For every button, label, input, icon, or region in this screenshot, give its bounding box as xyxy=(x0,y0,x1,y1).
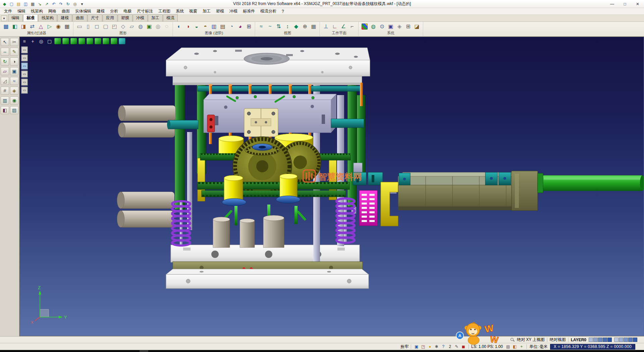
minimize-button[interactable]: — xyxy=(606,0,619,8)
tab-3[interactable]: 建模 xyxy=(57,14,72,21)
model-top-plate[interactable] xyxy=(166,48,370,85)
bulb-icon[interactable]: ● xyxy=(427,344,433,349)
color-grid-icon[interactable] xyxy=(362,24,368,30)
open-file-icon[interactable]: ▤ xyxy=(15,1,22,7)
shade-left-icon[interactable]: ◐ xyxy=(175,23,183,31)
move-icon[interactable]: ⇔ xyxy=(1,48,9,56)
menu-item-5[interactable]: 实体编辑 xyxy=(72,8,94,15)
print-icon[interactable]: ▦ xyxy=(30,1,36,7)
menu-item-4[interactable]: 曲面 xyxy=(59,8,72,15)
tab-1[interactable]: 标准 xyxy=(23,14,38,21)
model-racks[interactable] xyxy=(198,182,350,197)
shade-bottom-icon[interactable]: ◒ xyxy=(193,23,201,31)
menu-item-14[interactable]: 塑模 xyxy=(213,8,227,15)
half-shade-icon[interactable]: ◧ xyxy=(1,106,9,114)
view-right-icon[interactable] xyxy=(78,38,85,44)
offset-icon[interactable]: ▱ xyxy=(1,67,9,75)
import-icon[interactable]: ↘ xyxy=(37,1,43,7)
vp-btn-2[interactable]: ▭ xyxy=(21,54,28,61)
menu-item-12[interactable]: 视窗 xyxy=(186,8,200,15)
menu-item-17[interactable]: 模流分析 xyxy=(258,8,279,15)
view-top-icon[interactable] xyxy=(87,38,93,44)
menu-item-15[interactable]: 冲模 xyxy=(227,8,240,15)
grid-icon[interactable]: # xyxy=(1,87,9,95)
view-zoom-icon[interactable]: ◎ xyxy=(37,38,45,45)
model-hinge-block[interactable] xyxy=(244,108,278,137)
vp-btn-4[interactable]: ▭ xyxy=(21,71,28,78)
view-left-icon[interactable] xyxy=(70,38,77,44)
tab-2[interactable]: 线架构 xyxy=(38,14,57,21)
line-icon[interactable]: ▭ xyxy=(75,23,84,31)
point-icon[interactable]: ◈ xyxy=(10,87,18,95)
plane-icon[interactable]: ▱ xyxy=(128,23,136,31)
curve-icon[interactable]: ≈ xyxy=(10,77,18,85)
sphere-icon[interactable]: ◎ xyxy=(154,23,162,31)
rotate-icon[interactable]: ↻ xyxy=(1,57,9,65)
view-mode-label[interactable]: 绝对 XY 上视图 xyxy=(517,337,544,343)
grid-view-icon[interactable]: ▦ xyxy=(310,23,318,31)
view-pan-icon[interactable]: + xyxy=(29,38,37,45)
menu-item-18[interactable]: ? xyxy=(279,8,287,14)
plane-rotate-icon[interactable]: ∠ xyxy=(339,23,347,31)
quarter-icon[interactable]: ◔ xyxy=(227,23,235,31)
view-axon-icon[interactable] xyxy=(111,38,117,44)
tab-5[interactable]: 尺寸 xyxy=(88,14,102,21)
axes-icon[interactable]: + xyxy=(519,344,524,349)
qat-dropdown-icon[interactable]: ▾ xyxy=(79,1,85,7)
view-iso-icon[interactable] xyxy=(103,38,109,44)
filter-solids-icon[interactable]: △ xyxy=(37,23,45,31)
viewport-3d[interactable]: 智慧资料网 Z Y x ≡+◎▢ ▭▭▭▭▭▭ xyxy=(19,37,644,336)
system-panel-icon[interactable]: ▣ xyxy=(387,23,395,31)
plane-z-icon[interactable]: ⊥ xyxy=(322,23,330,31)
vertical-icon[interactable]: ↕ xyxy=(283,23,291,31)
printer-icon[interactable]: ▤ xyxy=(505,344,511,349)
hatch-h-icon[interactable]: ▤ xyxy=(219,23,227,31)
layer-label[interactable]: LAYER0 xyxy=(571,338,586,342)
edit-icon[interactable]: ✎ xyxy=(10,48,18,56)
menu-item-2[interactable]: 线架构 xyxy=(28,8,46,15)
model-hydraulic-rack-arm[interactable] xyxy=(353,163,644,226)
menu-item-7[interactable]: 分析 xyxy=(107,8,121,15)
undo-icon[interactable]: ↶ xyxy=(51,1,57,7)
vp-btn-6[interactable]: ▭ xyxy=(21,87,28,94)
menu-item-10[interactable]: 工程图 xyxy=(156,8,173,15)
app-icon[interactable]: ◆ xyxy=(1,1,8,7)
window-plus-icon[interactable]: ⊞ xyxy=(245,23,253,31)
filter-faces-icon[interactable]: ◧ xyxy=(11,23,19,31)
trim-icon[interactable]: ✂ xyxy=(10,38,18,46)
model-support-pillars[interactable] xyxy=(213,215,284,248)
view-back-icon[interactable] xyxy=(62,38,69,44)
cylinder-icon[interactable]: ◍ xyxy=(137,23,145,31)
system-target-icon[interactable]: ⊙ xyxy=(378,23,386,31)
hatch-v-icon[interactable]: ▥ xyxy=(210,23,218,31)
box-icon[interactable]: ▯ xyxy=(84,23,92,31)
maximize-button[interactable]: □ xyxy=(619,0,631,8)
vp-btn-3[interactable]: ▭ xyxy=(21,62,28,70)
tab-6[interactable]: 应用 xyxy=(103,14,117,21)
play-filter-icon[interactable]: ▷ xyxy=(46,23,54,31)
tab-4[interactable]: 曲面 xyxy=(72,14,87,21)
shade-top-icon[interactable]: ◓ xyxy=(201,23,209,31)
view-front-icon[interactable] xyxy=(54,38,61,44)
menu-item-9[interactable]: 尺寸标注 xyxy=(134,8,156,15)
save-icon[interactable]: ◫ xyxy=(22,1,29,7)
menu-item-1[interactable]: 编辑 xyxy=(15,8,28,15)
system-corner-icon[interactable]: ◪ xyxy=(413,23,421,31)
settings-icon[interactable]: ◎ xyxy=(72,1,78,7)
tab-7[interactable]: 塑膜 xyxy=(118,14,132,21)
tab-overflow-button[interactable]: ▾ xyxy=(1,15,7,21)
frame-icon[interactable]: ▢ xyxy=(102,23,110,31)
lock-icon[interactable]: ▣ xyxy=(414,344,419,349)
diamond-icon[interactable]: ◇ xyxy=(119,23,127,31)
vp-btn-1[interactable]: ▭ xyxy=(21,46,28,53)
gear-icon[interactable]: ✱ xyxy=(434,344,439,349)
mesh-icon[interactable]: ▨ xyxy=(10,106,18,114)
fill-icon[interactable]: ◧ xyxy=(512,344,518,349)
menu-item-8[interactable]: 电极 xyxy=(121,8,134,15)
circle-tool-icon[interactable]: ◉ xyxy=(10,96,18,104)
system-window-icon[interactable]: ⊞ xyxy=(404,23,412,31)
layers-icon[interactable]: ◍ xyxy=(369,23,377,31)
menu-item-11[interactable]: 系统 xyxy=(173,8,186,15)
menu-item-13[interactable]: 加工 xyxy=(200,8,213,15)
count-icon[interactable]: 2 xyxy=(447,344,453,349)
